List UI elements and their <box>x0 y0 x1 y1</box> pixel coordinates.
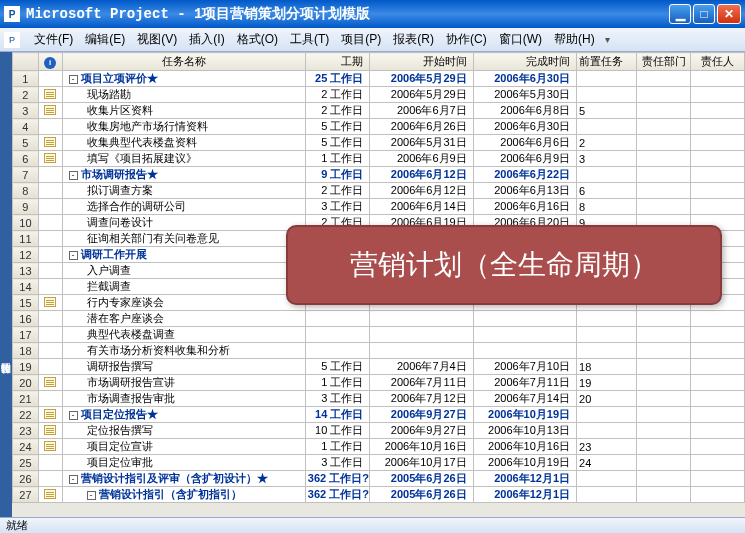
pred-cell[interactable]: 19 <box>577 375 637 391</box>
owner-cell[interactable] <box>691 183 745 199</box>
table-row[interactable]: 6填写《项目拓展建议》1 工作日2006年6月9日2006年6月9日3 <box>13 151 745 167</box>
task-name-cell[interactable]: 有关市场分析资料收集和分析 <box>62 343 305 359</box>
task-name-cell[interactable]: 收集片区资料 <box>62 103 305 119</box>
row-number[interactable]: 22 <box>13 407 39 423</box>
table-row[interactable]: 3收集片区资料2 工作日2006年6月7日2006年6月8日5 <box>13 103 745 119</box>
table-row[interactable]: 19调研报告撰写5 工作日2006年7月4日2006年7月10日18 <box>13 359 745 375</box>
owner-cell[interactable] <box>691 359 745 375</box>
row-number[interactable]: 8 <box>13 183 39 199</box>
pred-cell[interactable] <box>577 87 637 103</box>
task-name-cell[interactable]: 定位报告撰写 <box>62 423 305 439</box>
end-cell[interactable]: 2006年6月30日 <box>473 71 576 87</box>
owner-cell[interactable] <box>691 135 745 151</box>
task-name-cell[interactable]: -营销设计指引（含扩初指引） <box>62 487 305 503</box>
start-cell[interactable]: 2006年5月29日 <box>370 87 473 103</box>
task-name-cell[interactable]: 潜在客户座谈会 <box>62 311 305 327</box>
pred-cell[interactable]: 20 <box>577 391 637 407</box>
pred-cell[interactable] <box>577 327 637 343</box>
start-cell[interactable] <box>370 327 473 343</box>
menu-3[interactable]: 插入(I) <box>183 29 230 49</box>
pred-cell[interactable]: 18 <box>577 359 637 375</box>
dept-cell[interactable] <box>637 375 691 391</box>
end-cell[interactable]: 2006年6月22日 <box>473 167 576 183</box>
owner-cell[interactable] <box>691 199 745 215</box>
dept-cell[interactable] <box>637 199 691 215</box>
owner-cell[interactable] <box>691 471 745 487</box>
table-row[interactable]: 18有关市场分析资料收集和分析 <box>13 343 745 359</box>
end-cell[interactable]: 2006年5月30日 <box>473 87 576 103</box>
pred-cell[interactable] <box>577 423 637 439</box>
row-number[interactable]: 1 <box>13 71 39 87</box>
duration-cell[interactable]: 5 工作日 <box>305 119 370 135</box>
dept-cell[interactable] <box>637 311 691 327</box>
owner-cell[interactable] <box>691 343 745 359</box>
start-cell[interactable]: 2005年6月26日 <box>370 487 473 503</box>
menu-9[interactable]: 窗口(W) <box>493 29 548 49</box>
pred-cell[interactable]: 2 <box>577 135 637 151</box>
row-number[interactable]: 27 <box>13 487 39 503</box>
pred-cell[interactable] <box>577 311 637 327</box>
task-name-cell[interactable]: 填写《项目拓展建议》 <box>62 151 305 167</box>
task-name-cell[interactable]: -项目立项评价★ <box>62 71 305 87</box>
pred-cell[interactable] <box>577 167 637 183</box>
dept-cell[interactable] <box>637 343 691 359</box>
row-number[interactable]: 25 <box>13 455 39 471</box>
dept-cell[interactable] <box>637 167 691 183</box>
table-row[interactable]: 25项目定位审批3 工作日2006年10月17日2006年10月19日24 <box>13 455 745 471</box>
end-cell[interactable]: 2006年7月14日 <box>473 391 576 407</box>
outline-toggle[interactable]: - <box>87 491 96 500</box>
menu-5[interactable]: 工具(T) <box>284 29 335 49</box>
row-number[interactable]: 5 <box>13 135 39 151</box>
duration-cell[interactable]: 1 工作日 <box>305 375 370 391</box>
task-name-cell[interactable]: 项目定位宣讲 <box>62 439 305 455</box>
end-cell[interactable] <box>473 311 576 327</box>
row-number[interactable]: 18 <box>13 343 39 359</box>
dept-cell[interactable] <box>637 327 691 343</box>
row-number[interactable]: 2 <box>13 87 39 103</box>
end-cell[interactable]: 2006年12月1日 <box>473 487 576 503</box>
col-duration[interactable]: 工期 <box>305 53 370 71</box>
task-name-cell[interactable]: -调研工作开展 <box>62 247 305 263</box>
task-name-cell[interactable]: 典型代表楼盘调查 <box>62 327 305 343</box>
table-row[interactable]: 16潜在客户座谈会 <box>13 311 745 327</box>
row-number[interactable]: 26 <box>13 471 39 487</box>
end-cell[interactable]: 2006年6月9日 <box>473 151 576 167</box>
task-name-cell[interactable]: 调研报告撰写 <box>62 359 305 375</box>
outline-toggle[interactable]: - <box>69 251 78 260</box>
row-number[interactable]: 17 <box>13 327 39 343</box>
menu-6[interactable]: 项目(P) <box>335 29 387 49</box>
table-row[interactable]: 9选择合作的调研公司3 工作日2006年6月14日2006年6月16日8 <box>13 199 745 215</box>
table-row[interactable]: 26-营销设计指引及评审（含扩初设计）★362 工作日?2005年6月26日20… <box>13 471 745 487</box>
duration-cell[interactable] <box>305 327 370 343</box>
task-name-cell[interactable]: 市场调研报告宣讲 <box>62 375 305 391</box>
duration-cell[interactable]: 2 工作日 <box>305 87 370 103</box>
table-row[interactable]: 22-项目定位报告★14 工作日2006年9月27日2006年10月19日 <box>13 407 745 423</box>
horizontal-scrollbar[interactable] <box>12 502 745 517</box>
start-cell[interactable]: 2006年6月7日 <box>370 103 473 119</box>
table-row[interactable]: 17典型代表楼盘调查 <box>13 327 745 343</box>
row-number[interactable]: 16 <box>13 311 39 327</box>
task-name-cell[interactable]: 征询相关部门有关问卷意见 <box>62 231 305 247</box>
duration-cell[interactable]: 10 工作日 <box>305 423 370 439</box>
end-cell[interactable]: 2006年6月8日 <box>473 103 576 119</box>
start-cell[interactable]: 2006年6月14日 <box>370 199 473 215</box>
maximize-button[interactable]: □ <box>693 4 715 24</box>
dept-cell[interactable] <box>637 471 691 487</box>
end-cell[interactable]: 2006年12月1日 <box>473 471 576 487</box>
table-row[interactable]: 8拟订调查方案2 工作日2006年6月12日2006年6月13日6 <box>13 183 745 199</box>
row-number[interactable]: 4 <box>13 119 39 135</box>
col-name[interactable]: 任务名称 <box>62 53 305 71</box>
menu-2[interactable]: 视图(V) <box>131 29 183 49</box>
start-cell[interactable]: 2006年6月12日 <box>370 167 473 183</box>
pred-cell[interactable] <box>577 471 637 487</box>
end-cell[interactable]: 2006年10月13日 <box>473 423 576 439</box>
menu-10[interactable]: 帮助(H) <box>548 29 601 49</box>
duration-cell[interactable] <box>305 343 370 359</box>
start-cell[interactable]: 2005年6月26日 <box>370 471 473 487</box>
pred-cell[interactable] <box>577 119 637 135</box>
row-number[interactable]: 9 <box>13 199 39 215</box>
col-info[interactable]: i <box>38 53 62 71</box>
duration-cell[interactable]: 3 工作日 <box>305 391 370 407</box>
row-number[interactable]: 19 <box>13 359 39 375</box>
start-cell[interactable]: 2006年7月12日 <box>370 391 473 407</box>
